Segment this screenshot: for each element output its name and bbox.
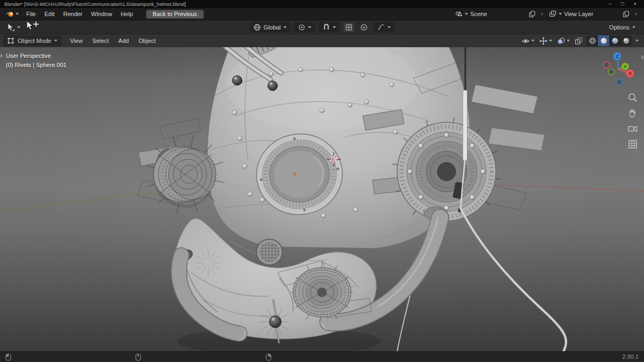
chevron-down-icon [54,40,57,42]
toolbar-expand-arrow[interactable] [1,54,3,58]
zoom-tool-icon[interactable] [627,92,638,103]
globe-icon [253,24,261,31]
object-mode-dropdown[interactable]: Object Mode [3,35,61,46]
snap-dropdown[interactable] [319,22,340,32]
viewport-side-tools [627,92,638,150]
axis-y-label: Y [624,64,627,69]
menu-window[interactable]: Window [87,8,116,20]
view-layer-icon [549,10,557,18]
eye-icon [522,37,530,45]
viewport-overlay-text: User Perspective (0) Rivets | Sphere.001 [6,51,67,70]
chevron-down-icon [567,40,570,42]
chevron-down-icon [531,40,535,42]
shading-wireframe-button[interactable] [587,35,598,46]
viewport-3d[interactable]: User Perspective (0) Rivets | Sphere.001… [0,47,644,351]
viewport-header: Object Mode View Select Add Object [0,34,644,47]
minimize-button[interactable]: – [609,0,611,8]
axis-x-label: X [628,71,632,76]
xray-toggle-button[interactable] [574,37,584,45]
chevron-down-icon [549,40,552,42]
window-title: Blender* [\\NAS-MICHAU\Rudy\Fluent\Commu… [4,2,186,7]
gizmo-arrows-icon [539,37,547,45]
view-layer-selector[interactable]: View Layer [547,10,620,18]
proportional-falloff-dropdown[interactable] [374,22,394,32]
camera-view-icon[interactable] [627,123,638,134]
chevron-down-icon [333,26,336,28]
viewport-tool-options: Global [250,22,394,32]
proportional-editing-toggle[interactable] [358,23,370,32]
active-tool-button[interactable] [4,22,23,33]
blender-app-menu[interactable] [2,10,22,18]
remove-view-layer-button[interactable]: × [632,11,640,17]
shading-material-button[interactable] [609,35,620,46]
material-sphere-icon [611,37,619,45]
tweak-tool-cursor-icon [6,23,15,32]
active-object-overlay: (0) Rivets | Sphere.001 [6,61,67,70]
axis-neg-y-ball[interactable] [608,69,614,75]
new-view-layer-button[interactable] [621,11,631,18]
menu-add[interactable]: Add [114,35,134,47]
filter-disc[interactable] [257,239,282,265]
chevron-down-icon [465,13,468,15]
gizmos-dropdown[interactable] [538,37,553,45]
pivot-point-icon [298,24,305,31]
unlink-scene-button[interactable]: × [538,11,546,17]
pivot-point-dropdown[interactable] [294,22,315,32]
transform-orientation-dropdown[interactable]: Global [250,22,290,32]
proportional-editing-icon [360,24,368,31]
axis-neg-x-ball[interactable] [603,62,609,68]
chevron-down-icon [387,26,391,28]
middle-mouse-icon [135,353,141,361]
left-mouse-icon [5,353,11,361]
right-mouse-icon [266,353,272,361]
menu-select[interactable]: Select [88,35,113,47]
overlays-dropdown[interactable] [556,37,571,45]
snap-target-button[interactable] [343,23,354,32]
sidebar-expand-arrow[interactable] [641,55,643,60]
shading-dropdown[interactable] [634,40,640,42]
axis-neg-z-ball[interactable] [616,79,623,85]
window-controls: – □ × [609,0,640,8]
chevron-down-icon [16,13,19,15]
axis-z-label: Z [616,54,618,59]
magnet-icon [323,24,330,31]
close-button[interactable]: × [634,0,636,8]
options-dropdown[interactable]: Options [609,24,640,31]
snap-increment-icon [346,24,352,31]
object-origin[interactable] [293,172,296,175]
tool-settings-bar: Global [0,20,644,34]
shading-solid-button[interactable] [598,35,609,46]
chevron-down-icon [632,26,635,28]
scene-render[interactable] [0,47,644,351]
menu-view[interactable]: View [65,35,87,47]
overlays-icon [557,37,565,45]
object-visibility-dropdown[interactable] [521,37,536,45]
version-label: 2.90.1 [622,353,639,360]
menu-render[interactable]: Render [59,8,87,20]
title-bar: Blender* [\\NAS-MICHAU\Rudy\Fluent\Commu… [0,0,644,8]
scene-selector[interactable]: Scene [453,10,526,18]
mode-label: Object Mode [18,38,51,44]
restore-button[interactable]: □ [621,0,624,8]
menu-object[interactable]: Object [134,35,160,47]
status-bar: 2.90.1 [0,351,644,362]
back-to-previous-button[interactable]: Back to Previous [146,10,204,19]
xray-icon [575,37,583,45]
orthographic-grid-icon[interactable] [627,139,638,150]
scene-viewlayer-area: Scene × View Layer [453,10,642,18]
chevron-down-icon [308,26,311,28]
new-scene-button[interactable] [527,11,537,18]
menu-edit[interactable]: Edit [40,8,59,20]
navigation-gizmo[interactable]: Z Y X [601,51,636,87]
duplicate-icon [529,11,536,18]
duplicate-icon [623,11,630,18]
chevron-down-icon [635,40,639,42]
shading-rendered-button[interactable] [620,35,632,46]
top-menu-bar: File Edit Render Window Help Back to Pre… [0,8,644,20]
chevron-down-icon [17,26,20,28]
menu-help[interactable]: Help [116,8,137,20]
menu-file[interactable]: File [22,8,40,20]
blender-logo-icon [5,10,14,18]
solid-sphere-icon [600,37,608,45]
pan-hand-icon[interactable] [627,108,638,119]
